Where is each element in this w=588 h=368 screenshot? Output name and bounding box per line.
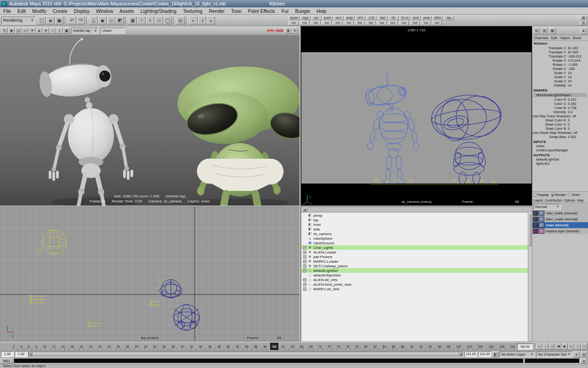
- channel-box-menu-item[interactable]: Object: [559, 36, 571, 40]
- shelf-button[interactable]: fast: [378, 16, 388, 20]
- expand-icon[interactable]: [303, 288, 306, 291]
- channel-row[interactable]: Dmap Bias 0.001: [532, 135, 588, 139]
- outliner-scrollbar[interactable]: [528, 213, 532, 341]
- outliner-item[interactable]: MARK1:all_ctrls: [301, 287, 528, 291]
- channel-name[interactable]: Shad Color G: [532, 122, 568, 126]
- current-frame-marker[interactable]: 58: [270, 343, 278, 350]
- command-input[interactable]: [14, 358, 524, 363]
- save-scene-icon[interactable]: ▣: [55, 16, 63, 24]
- shelf-button[interactable]: md: [355, 21, 365, 25]
- anim-layer-icon[interactable]: ◧: [492, 351, 498, 357]
- current-time-field[interactable]: 58.00: [517, 344, 533, 350]
- channel-name[interactable]: Dmap Bias: [532, 135, 568, 139]
- channel-name[interactable]: Use Depth Map Shadows: [532, 131, 573, 135]
- menu-item[interactable]: File: [0, 8, 14, 14]
- channel-name[interactable]: Shad Color B: [532, 126, 568, 131]
- outliner-item[interactable]: front: [301, 222, 528, 227]
- shelf-button[interactable]: cFix: [356, 16, 366, 20]
- channel-box-menu-item[interactable]: Edit: [550, 36, 559, 40]
- channel-row[interactable]: Color R 0.187: [532, 98, 588, 102]
- playback-end-field[interactable]: 111.00: [464, 351, 477, 357]
- channel-row[interactable]: Use Depth Map Shadows off: [532, 131, 588, 135]
- play-forwards-button[interactable]: ▶: [562, 343, 568, 350]
- expand-icon[interactable]: [303, 274, 306, 277]
- playback-start-field[interactable]: 1.00: [15, 351, 28, 357]
- snap-to-plane-icon[interactable]: ▱: [155, 16, 163, 24]
- ipr-render-icon[interactable]: ◑: [198, 16, 206, 24]
- menu-item[interactable]: Create: [50, 8, 71, 14]
- output-node[interactable]: lightList1: [532, 161, 588, 166]
- expand-icon[interactable]: [303, 232, 306, 236]
- menu-item[interactable]: Assets: [116, 8, 137, 14]
- output-node[interactable]: defaultLightSet: [532, 157, 588, 161]
- layer-visibility-toggle[interactable]: [533, 229, 538, 234]
- layer-renderable-toggle[interactable]: [539, 211, 544, 216]
- menu-item[interactable]: Window: [93, 8, 116, 14]
- renderer-dropdown[interactable]: mental ray ▼: [71, 28, 99, 34]
- top-viewport[interactable]: x top (chars) Frame: 58: [0, 207, 300, 341]
- channel-value[interactable]: 0.4: [568, 110, 588, 114]
- channel-row[interactable]: Color G 0.392: [532, 102, 588, 106]
- channel-row[interactable]: Visibility on: [532, 83, 588, 87]
- channel-value[interactable]: 0.187: [568, 98, 588, 102]
- layer-editor-menu-item[interactable]: Contribution: [544, 199, 563, 202]
- construction-history-icon[interactable]: ◎: [176, 16, 185, 24]
- persp-viewport[interactable]: 1280 x 720 Y ck_camera (chars) Frame: 58: [301, 26, 532, 206]
- pause-ipr-icon[interactable]: ▮: [285, 28, 291, 34]
- shelf-button[interactable]: md: [399, 21, 409, 25]
- outliner-item[interactable]: SET2:hallway_placer: [301, 264, 528, 268]
- render-layer-row[interactable]: chars (Normal): [532, 222, 588, 228]
- layer-visibility-toggle[interactable]: [533, 223, 538, 228]
- channel-box-menu-item[interactable]: Show: [571, 36, 582, 40]
- channel-name[interactable]: Color B: [532, 106, 568, 110]
- step-back-key-button[interactable]: ◁: [549, 343, 555, 350]
- selected-node-name[interactable]: Kitchen: [532, 41, 588, 46]
- shelf-button[interactable]: md: [388, 21, 398, 25]
- input-node[interactable]: renderLayerManager: [532, 148, 588, 152]
- menu-item[interactable]: Display: [70, 8, 92, 14]
- separator[interactable]: [86, 17, 88, 24]
- shelf-button[interactable]: md: [432, 21, 442, 25]
- separator[interactable]: [125, 17, 127, 24]
- channel-row[interactable]: Use Ray Trace Shadows off: [532, 114, 588, 118]
- shelf-button[interactable]: xyz: [311, 16, 322, 20]
- outliner-menu-icon[interactable]: ▤: [302, 207, 307, 212]
- channel-row[interactable]: Scale X 10: [532, 71, 588, 75]
- channel-row[interactable]: Rotate X 174.043: [532, 58, 588, 63]
- shelf-button[interactable]: md: [300, 21, 310, 25]
- show-manipulator-toggle-icon[interactable]: ▤: [580, 16, 587, 20]
- render-layer-row[interactable]: robo_matte (Normal): [532, 210, 588, 216]
- layer-editor-mode-radio[interactable]: Render: [551, 193, 566, 197]
- channel-row[interactable]: Rotate Y -1.005: [532, 63, 588, 67]
- menu-item[interactable]: Bungie: [292, 8, 313, 14]
- snap-to-grid-icon[interactable]: ▦: [129, 16, 137, 24]
- channel-value[interactable]: 0: [568, 126, 588, 131]
- layer-editor-mode-radio[interactable]: Anim: [568, 193, 580, 197]
- layer-renderable-toggle[interactable]: [539, 229, 544, 234]
- shelf-button[interactable]: md: [344, 21, 354, 25]
- separator[interactable]: [186, 17, 188, 24]
- separator[interactable]: [173, 17, 175, 24]
- expand-icon[interactable]: [303, 214, 306, 217]
- layer-visibility-toggle[interactable]: [533, 211, 538, 216]
- shelf-button[interactable]: md: [333, 21, 343, 25]
- shelf-button[interactable]: reco: [334, 16, 344, 20]
- render-layer-row[interactable]: masterLayer (Normal): [532, 228, 588, 234]
- layer-renderable-toggle[interactable]: [539, 217, 544, 222]
- keep-image-icon[interactable]: ▼: [29, 28, 35, 34]
- outliner-item[interactable]: persp: [301, 213, 528, 218]
- render-settings-icon[interactable]: ◒: [207, 16, 215, 24]
- open-render-settings-icon[interactable]: ▣: [63, 28, 70, 34]
- input-node[interactable]: chars: [532, 144, 588, 148]
- channel-value[interactable]: 61.302: [568, 46, 588, 50]
- channel-value[interactable]: -306.013: [568, 54, 588, 58]
- highlight-selection-icon[interactable]: ◩: [116, 16, 124, 24]
- layer-editor-menu-item[interactable]: Options: [563, 199, 576, 202]
- expand-icon[interactable]: [303, 246, 306, 249]
- animation-preferences-icon[interactable]: ▤: [581, 351, 587, 357]
- menu-item[interactable]: Paint Effects: [245, 8, 278, 14]
- channel-row[interactable]: Rotate Z -180: [532, 67, 588, 71]
- channel-value[interactable]: off: [573, 131, 588, 135]
- menu-item[interactable]: Texturing: [180, 8, 206, 14]
- channel-name[interactable]: Use Ray Trace Shadows: [532, 114, 572, 118]
